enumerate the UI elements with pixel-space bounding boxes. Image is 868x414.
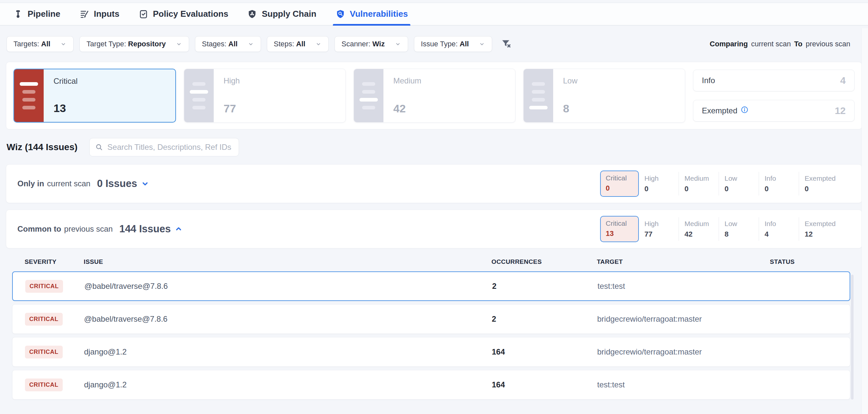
target-type-filter-dropdown[interactable]: Target Type:Repository bbox=[80, 36, 189, 52]
severity-card-label: Critical bbox=[54, 77, 165, 86]
severity-badge: CRITICAL bbox=[25, 346, 63, 358]
column-header-issue: ISSUE bbox=[84, 258, 491, 265]
window-scrollbar-track[interactable] bbox=[862, 28, 868, 414]
severity-card-label: Info bbox=[702, 76, 715, 85]
severity-card-count: 4 bbox=[840, 75, 846, 86]
table-row[interactable]: CRITICAL django@1.2 164 bridgecrewio/ter… bbox=[12, 337, 850, 367]
occurrences-cell: 2 bbox=[492, 315, 597, 324]
chip-medium[interactable]: Medium 0 bbox=[679, 175, 719, 193]
clear-filters-button[interactable] bbox=[501, 38, 512, 50]
tab-vulnerabilities[interactable]: Vulnerabilities bbox=[336, 3, 408, 25]
filter-label: Scanner:Wiz bbox=[341, 40, 385, 48]
severity-badge: CRITICAL bbox=[25, 280, 63, 293]
tab-inputs[interactable]: Inputs bbox=[80, 3, 120, 25]
comparing-scan-text: Comparingcurrent scanToprevious scan bbox=[710, 40, 850, 48]
column-header-status: STATUS bbox=[770, 258, 850, 265]
group-title: Common toprevious scan bbox=[18, 225, 113, 234]
severity-card-low[interactable]: Low 8 bbox=[523, 69, 685, 123]
filter-x-icon bbox=[501, 38, 512, 50]
stages-filter-dropdown[interactable]: Stages:All bbox=[195, 36, 261, 52]
targets-filter-dropdown[interactable]: Targets:All bbox=[6, 36, 73, 52]
severity-card-count: 12 bbox=[835, 105, 846, 116]
issue-cell: @babel/traverse@7.8.6 bbox=[84, 282, 492, 291]
issue-search-box bbox=[89, 138, 239, 156]
chip-low[interactable]: Low 8 bbox=[719, 220, 759, 239]
chip-low[interactable]: Low 0 bbox=[719, 175, 759, 193]
severity-card-info[interactable]: Info 4 bbox=[693, 70, 855, 91]
severity-card-count: 8 bbox=[563, 102, 675, 115]
severity-card-label: High bbox=[223, 76, 336, 85]
chevron-down-icon bbox=[479, 41, 485, 47]
pipeline-icon bbox=[13, 9, 23, 19]
severity-badge: CRITICAL bbox=[25, 313, 63, 326]
chevron-down-icon bbox=[395, 41, 401, 47]
chip-critical[interactable]: Critical 0 bbox=[600, 171, 639, 197]
severity-card-label: Low bbox=[563, 76, 675, 85]
scanner-section-title: Wiz (144 Issues) bbox=[6, 142, 78, 152]
chevron-down-icon bbox=[60, 41, 67, 47]
chip-medium[interactable]: Medium 42 bbox=[679, 220, 719, 239]
table-row[interactable]: CRITICAL @babel/traverse@7.8.6 2 test:te… bbox=[12, 271, 850, 301]
chip-exempted[interactable]: Exempted 0 bbox=[799, 175, 839, 193]
occurrences-cell: 164 bbox=[492, 347, 597, 356]
tab-supply-chain[interactable]: Supply Chain bbox=[247, 3, 316, 25]
tab-label: Policy Evaluations bbox=[153, 9, 228, 19]
column-header-target: TARGET bbox=[597, 258, 770, 265]
severity-card-high[interactable]: High 77 bbox=[184, 69, 346, 123]
severity-card-label: Exempted bbox=[702, 106, 748, 116]
group-title: Only incurrent scan bbox=[18, 179, 90, 188]
info-icon bbox=[741, 106, 748, 116]
severity-count-chips: Critical 13 High 77 Medium 42 Low 8 Info… bbox=[600, 216, 839, 242]
severity-card-count: 77 bbox=[223, 102, 336, 115]
group-issue-count: 0 Issues bbox=[97, 178, 137, 189]
severity-count-chips: Critical 0 High 0 Medium 0 Low 0 Info 0 … bbox=[600, 171, 839, 197]
chip-high[interactable]: High 77 bbox=[639, 220, 679, 239]
chevron-down-icon bbox=[176, 41, 182, 47]
search-icon bbox=[95, 143, 103, 151]
scanner-filter-dropdown[interactable]: Scanner:Wiz bbox=[335, 36, 408, 52]
table-row[interactable]: CRITICAL django@1.2 164 test:test bbox=[12, 370, 850, 400]
chevron-down-icon[interactable] bbox=[141, 179, 150, 188]
severity-summary-panel: Critical 13 High 77 Medium 42 Low 8 I bbox=[6, 62, 862, 129]
policy-check-icon bbox=[138, 9, 148, 19]
filter-label: Steps:All bbox=[274, 40, 306, 48]
chip-exempted[interactable]: Exempted 12 bbox=[799, 220, 839, 239]
tab-policy-evaluations[interactable]: Policy Evaluations bbox=[138, 3, 228, 25]
common-to-previous-scan-group: Common toprevious scan 144 Issues Critic… bbox=[6, 210, 862, 248]
steps-filter-dropdown[interactable]: Steps:All bbox=[267, 36, 329, 52]
occurrences-cell: 2 bbox=[492, 282, 597, 291]
issue-cell: django@1.2 bbox=[84, 347, 492, 356]
column-header-severity: SEVERITY bbox=[25, 258, 84, 265]
issue-type-filter-dropdown[interactable]: Issue Type:All bbox=[414, 36, 492, 52]
scanner-section-header: Wiz (144 Issues) bbox=[6, 138, 868, 156]
chevron-up-icon[interactable] bbox=[174, 225, 183, 234]
top-tab-bar: Pipeline Inputs Policy Evaluations Suppl… bbox=[0, 3, 868, 26]
severity-card-count: 13 bbox=[54, 102, 165, 115]
severity-card-label: Medium bbox=[393, 76, 505, 85]
filter-label: Issue Type:All bbox=[421, 40, 469, 48]
supply-chain-shield-icon bbox=[247, 9, 257, 19]
chip-info[interactable]: Info 4 bbox=[759, 220, 799, 239]
chip-info[interactable]: Info 0 bbox=[759, 175, 799, 193]
issue-cell: django@1.2 bbox=[84, 380, 492, 389]
chevron-down-icon bbox=[248, 41, 254, 47]
group-issue-count: 144 Issues bbox=[119, 223, 171, 235]
chip-critical[interactable]: Critical 13 bbox=[600, 216, 639, 242]
tab-label: Supply Chain bbox=[262, 9, 316, 19]
tab-label: Inputs bbox=[94, 9, 120, 19]
severity-card-critical[interactable]: Critical 13 bbox=[13, 69, 176, 123]
vulnerabilities-shield-icon bbox=[336, 9, 345, 19]
occurrences-cell: 164 bbox=[492, 380, 597, 389]
severity-card-medium[interactable]: Medium 42 bbox=[353, 69, 516, 123]
severity-bars-icon bbox=[354, 69, 383, 122]
tab-pipeline[interactable]: Pipeline bbox=[13, 3, 60, 25]
issues-table-header: SEVERITY ISSUE OCCURRENCES TARGET STATUS bbox=[12, 258, 850, 265]
chevron-down-icon bbox=[315, 41, 322, 47]
chip-high[interactable]: High 0 bbox=[639, 175, 679, 193]
search-input[interactable] bbox=[107, 143, 234, 152]
column-header-occurrences: OCCURRENCES bbox=[491, 258, 597, 265]
table-row[interactable]: CRITICAL @babel/traverse@7.8.6 2 bridgec… bbox=[12, 304, 850, 334]
list-scrollbar[interactable] bbox=[851, 275, 854, 400]
only-in-current-scan-group: Only incurrent scan 0 Issues Critical 0 … bbox=[6, 164, 862, 203]
severity-card-exempted[interactable]: Exempted 12 bbox=[693, 100, 855, 122]
